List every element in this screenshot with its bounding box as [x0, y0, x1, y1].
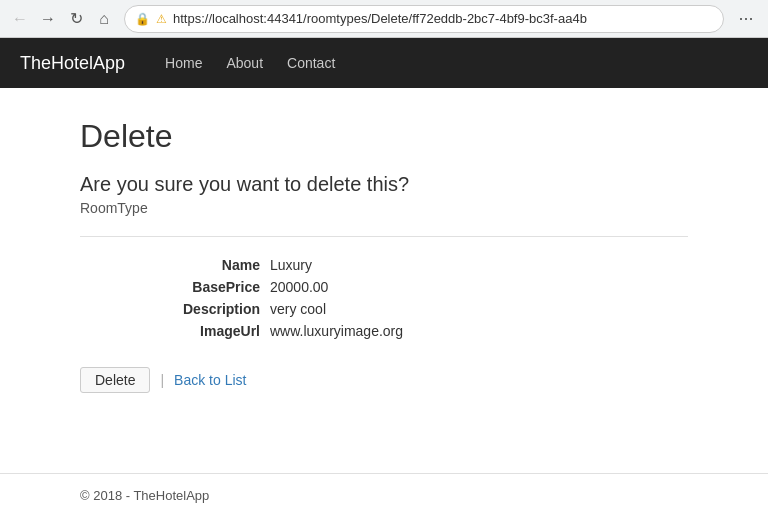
- main-content: Delete Are you sure you want to delete t…: [0, 88, 768, 453]
- url-display: https://localhost:44341/roomtypes/Delete…: [173, 11, 713, 26]
- separator: |: [160, 372, 164, 388]
- nav-link-home[interactable]: Home: [155, 49, 212, 77]
- detail-row-baseprice: BasePrice 20000.00: [160, 279, 688, 295]
- warning-icon: ⚠: [156, 12, 167, 26]
- field-value-description: very cool: [270, 301, 326, 317]
- field-label-baseprice: BasePrice: [160, 279, 270, 295]
- navbar-nav: Home About Contact: [155, 49, 345, 77]
- field-label-imageurl: ImageUrl: [160, 323, 270, 339]
- field-value-imageurl: www.luxuryimage.org: [270, 323, 403, 339]
- footer: © 2018 - TheHotelApp: [0, 474, 768, 509]
- address-bar[interactable]: 🔒 ⚠ https://localhost:44341/roomtypes/De…: [124, 5, 724, 33]
- detail-row-name: Name Luxury: [160, 257, 688, 273]
- browser-menu-button[interactable]: ···: [732, 5, 760, 33]
- detail-row-imageurl: ImageUrl www.luxuryimage.org: [160, 323, 688, 339]
- field-label-name: Name: [160, 257, 270, 273]
- nav-link-about[interactable]: About: [216, 49, 273, 77]
- field-value-baseprice: 20000.00: [270, 279, 328, 295]
- action-row: Delete | Back to List: [80, 367, 688, 393]
- nav-buttons: ← → ↻ ⌂: [8, 7, 116, 31]
- footer-text: © 2018 - TheHotelApp: [80, 488, 209, 503]
- lock-icon: 🔒: [135, 12, 150, 26]
- browser-chrome: ← → ↻ ⌂ 🔒 ⚠ https://localhost:44341/room…: [0, 0, 768, 38]
- navbar-brand[interactable]: TheHotelApp: [20, 53, 125, 74]
- home-button[interactable]: ⌂: [92, 7, 116, 31]
- refresh-button[interactable]: ↻: [64, 7, 88, 31]
- delete-button[interactable]: Delete: [80, 367, 150, 393]
- forward-button[interactable]: →: [36, 7, 60, 31]
- back-to-list-link[interactable]: Back to List: [174, 372, 246, 388]
- back-button[interactable]: ←: [8, 7, 32, 31]
- field-label-description: Description: [160, 301, 270, 317]
- divider: [80, 236, 688, 237]
- page-title: Delete: [80, 118, 688, 155]
- navbar: TheHotelApp Home About Contact: [0, 38, 768, 88]
- entity-label: RoomType: [80, 200, 688, 216]
- field-value-name: Luxury: [270, 257, 312, 273]
- detail-table: Name Luxury BasePrice 20000.00 Descripti…: [160, 257, 688, 339]
- nav-link-contact[interactable]: Contact: [277, 49, 345, 77]
- confirm-question: Are you sure you want to delete this?: [80, 173, 688, 196]
- detail-row-description: Description very cool: [160, 301, 688, 317]
